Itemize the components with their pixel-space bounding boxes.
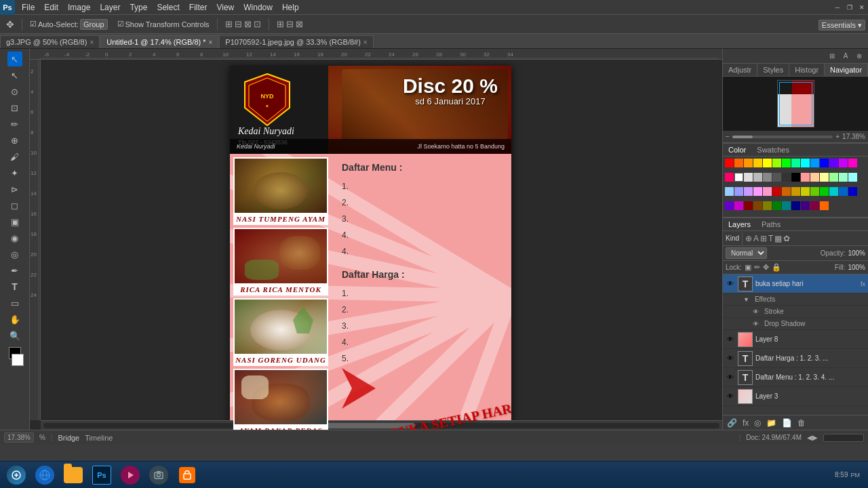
swatch[interactable] (829, 173, 838, 182)
menu-file[interactable]: File (18, 1, 39, 14)
healing-tool[interactable]: ⊕ (7, 133, 22, 148)
selection-tool[interactable]: ↖ (7, 52, 22, 66)
swatch[interactable] (763, 173, 772, 182)
swatch[interactable] (839, 159, 848, 167)
taskbar-ps[interactable]: Ps (88, 463, 115, 487)
bridge-tab[interactable]: Bridge (58, 434, 79, 442)
minimize-button[interactable]: ─ (831, 1, 844, 14)
layer-icon-3[interactable]: ⊞ (760, 234, 767, 243)
layer-icon-6[interactable]: ✿ (783, 234, 790, 243)
add-mask-icon[interactable]: ◎ (754, 418, 761, 428)
history-arrow[interactable]: ◀▶ (807, 434, 818, 441)
swatch[interactable] (791, 201, 800, 210)
layer-icon-1[interactable]: ⊕ (745, 234, 752, 243)
dropshadow-eye[interactable]: 👁 (753, 321, 759, 327)
transform-checkbox[interactable]: ☑ Show Transform Controls (114, 18, 213, 30)
menu-edit[interactable]: Edit (40, 1, 62, 14)
swatch[interactable] (753, 159, 762, 167)
layer-icon-2[interactable]: A (753, 234, 759, 243)
swatch[interactable] (810, 201, 819, 210)
swatch[interactable] (763, 201, 772, 210)
swatch[interactable] (839, 187, 848, 196)
swatch[interactable] (725, 187, 734, 196)
tab-g3[interactable]: g3.JPG @ 50% (RGB/8)× (0, 35, 100, 48)
swatch[interactable] (753, 201, 762, 210)
layer-8[interactable]: 👁 Layer 8 (723, 330, 868, 349)
zoom-in-icon[interactable]: + (835, 133, 840, 140)
zoom-tool[interactable]: 🔍 (7, 328, 22, 343)
taskbar-browser[interactable] (31, 463, 58, 487)
shape-tool[interactable]: ▭ (7, 296, 22, 310)
swatch[interactable] (848, 159, 857, 167)
blendmode-select[interactable]: Normal (726, 247, 767, 259)
menu-window[interactable]: Window (239, 1, 277, 14)
layer-icon-4[interactable]: T (768, 234, 773, 243)
menu-select[interactable]: Select (153, 1, 183, 14)
timeline-tab[interactable]: Timeline (85, 434, 113, 442)
swatch[interactable] (801, 187, 810, 196)
swatch[interactable] (772, 201, 781, 210)
lock-all-icon[interactable]: 🔒 (772, 263, 781, 272)
link-layers-icon[interactable]: 🔗 (727, 418, 737, 428)
swatch[interactable] (791, 159, 800, 167)
brush-tool[interactable]: 🖌 (7, 149, 22, 164)
zoom-slider[interactable] (732, 136, 833, 138)
layer-buka[interactable]: 👁 T buka setiap hari fx (723, 274, 868, 293)
swatch[interactable] (744, 173, 753, 182)
lasso-tool[interactable]: ⊙ (7, 84, 22, 99)
tab-adjustr[interactable]: Adjustr (723, 64, 757, 76)
layer-daftar-harga[interactable]: 👁 T Daftar Harga : 1. 2. 3. ... (723, 349, 868, 368)
panel-icon-2[interactable]: A (840, 50, 852, 62)
swatch[interactable] (772, 159, 781, 167)
menu-layer[interactable]: Layer (96, 1, 124, 14)
swatch[interactable] (782, 201, 791, 210)
swatch[interactable] (820, 173, 829, 182)
background-color[interactable] (12, 354, 24, 366)
zoom-display[interactable]: 17.38% (4, 432, 34, 443)
swatch[interactable] (820, 201, 829, 210)
autoselect-dropdown[interactable]: Group (80, 19, 108, 30)
swatch[interactable] (725, 173, 734, 182)
dm-vis[interactable]: 👁 (726, 373, 735, 382)
type-tool[interactable]: T (7, 279, 22, 294)
essentials-button[interactable]: Essentials ▾ (818, 18, 865, 30)
dodge-tool[interactable]: ◎ (7, 247, 22, 262)
menu-type[interactable]: Type (125, 1, 151, 14)
swatch[interactable] (782, 187, 791, 196)
effect-eye[interactable]: 👁 (753, 308, 759, 315)
swatch[interactable] (744, 201, 753, 210)
new-layer-icon[interactable]: 📄 (782, 418, 792, 428)
swatch[interactable] (753, 187, 762, 196)
effects-triangle[interactable]: ▼ (743, 296, 749, 303)
zoom-out-icon[interactable]: − (726, 133, 730, 140)
tab-navigator[interactable]: Navigator (825, 64, 868, 76)
swatch[interactable] (791, 187, 800, 196)
gradient-tool[interactable]: ▣ (7, 214, 22, 229)
swatch[interactable] (810, 187, 819, 196)
swatch[interactable] (810, 173, 819, 182)
taskbar-photo[interactable] (145, 463, 172, 487)
tab-swatches[interactable]: Swatches (751, 144, 795, 156)
swatch[interactable] (820, 159, 829, 167)
menu-view[interactable]: View (212, 1, 238, 14)
blur-tool[interactable]: ◉ (7, 230, 22, 245)
layer-icon-5[interactable]: ▦ (774, 234, 782, 243)
swatch[interactable] (782, 159, 791, 167)
swatch[interactable] (763, 159, 772, 167)
restore-button[interactable]: ❐ (844, 1, 856, 14)
pen-tool[interactable]: ✒ (7, 263, 22, 278)
eyedropper-tool[interactable]: ✏ (7, 117, 22, 131)
swatch[interactable] (744, 187, 753, 196)
tab-untitled[interactable]: Untitled-1 @ 17.4% (RGB/8) *× (100, 35, 218, 48)
swatch[interactable] (782, 173, 791, 182)
swatch[interactable] (791, 173, 800, 182)
swatch[interactable] (734, 173, 743, 182)
tab-histogr[interactable]: Histogr (789, 64, 825, 76)
swatch[interactable] (744, 159, 753, 167)
swatch[interactable] (848, 173, 857, 182)
swatch[interactable] (753, 173, 762, 182)
swatch[interactable] (772, 187, 781, 196)
swatch[interactable] (734, 187, 743, 196)
swatch[interactable] (839, 173, 848, 182)
hand-tool[interactable]: ✋ (7, 312, 22, 327)
